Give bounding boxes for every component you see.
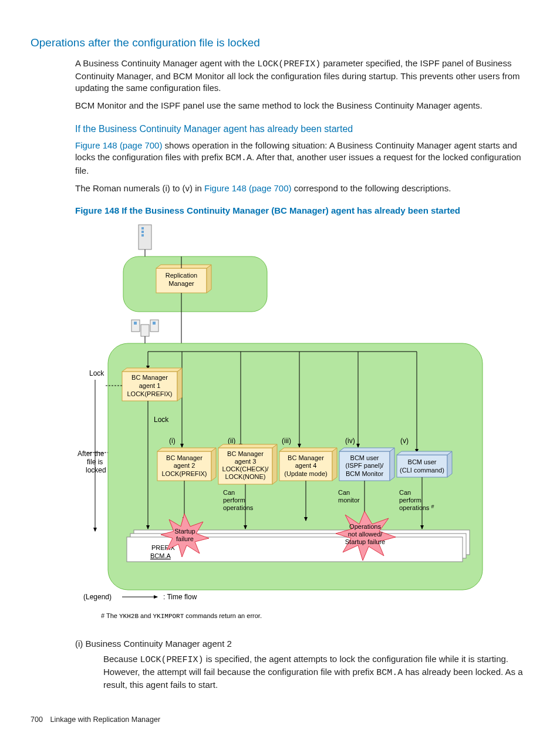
svg-text:failure: failure: [176, 535, 194, 542]
agent-3-box: BC Manager agent 3 LOCK(CHECK)/ LOCK(NON…: [218, 444, 277, 484]
can-monitor-label: Can: [338, 489, 350, 496]
legend-label: (Legend): [83, 593, 112, 601]
paragraph-2: BCM Monitor and the ISPF panel use the s…: [75, 100, 529, 112]
figure-footnote: # The YKH2B and YKIMPORT commands return…: [101, 612, 262, 620]
host-icon: [131, 320, 158, 336]
svg-text:agent 4: agent 4: [295, 462, 317, 469]
lock-label-inside: Lock: [154, 416, 169, 424]
svg-text:BCM user: BCM user: [350, 454, 379, 461]
agent-1-box: BC Manager agent 1 LOCK(PREFIX): [122, 368, 182, 401]
svg-text:locked: locked: [86, 466, 106, 474]
svg-text:not allowed/: not allowed/: [348, 531, 383, 538]
svg-text:agent 1: agent 1: [139, 382, 161, 389]
svg-text:BCM.A: BCM.A: [150, 552, 171, 559]
svg-text:operations: operations: [223, 504, 254, 511]
svg-text:perform: perform: [399, 497, 421, 504]
svg-marker-65: [397, 451, 452, 455]
svg-rect-14: [134, 322, 137, 325]
footer-text: Linkage with Replication Manager: [50, 715, 160, 724]
svg-rect-0: [139, 225, 151, 249]
svg-marker-45: [272, 444, 277, 484]
svg-text:Replication: Replication: [166, 272, 197, 279]
svg-marker-5: [207, 265, 211, 293]
roman-v: (v): [400, 437, 409, 445]
svg-text:agent 2: agent 2: [174, 462, 195, 469]
can-perform2-label: Can: [399, 489, 411, 496]
section-heading: Operations after the configuration file …: [31, 35, 529, 50]
svg-marker-58: [390, 448, 394, 481]
paragraph-3: Figure 148 (page 700) shows operation in…: [75, 140, 529, 177]
roman-i: (i): [169, 437, 176, 445]
svg-text:LOCK(NONE): LOCK(NONE): [225, 473, 265, 480]
svg-text:(Update mode): (Update mode): [284, 470, 327, 477]
text: Because: [103, 654, 140, 664]
bcm-user-ispf-box: BCM user (ISPF panel)/ BCM Monitor: [339, 448, 394, 481]
svg-marker-53: [279, 448, 337, 451]
svg-rect-15: [153, 322, 156, 325]
page-number: 700: [31, 715, 48, 725]
svg-marker-28: [122, 368, 182, 372]
svg-text:agent 3: agent 3: [235, 458, 257, 465]
svg-text:monitor: monitor: [338, 497, 360, 504]
svg-text:LOCK(PREFIX): LOCK(PREFIX): [161, 470, 207, 477]
svg-marker-46: [218, 444, 277, 448]
svg-marker-39: [211, 448, 216, 481]
svg-marker-27: [177, 368, 182, 401]
lock-label-outside: Lock: [89, 369, 104, 377]
replication-manager-box: Replication Manager: [156, 265, 211, 293]
roman-ii: (ii): [228, 437, 235, 445]
svg-marker-6: [156, 265, 211, 268]
svg-text:BC Manager: BC Manager: [131, 374, 168, 381]
svg-text:operations #: operations #: [399, 504, 434, 511]
roman-iv: (iv): [345, 437, 355, 445]
code: LOCK(PREFIX): [140, 655, 204, 665]
agent-4-box: BC Manager agent 4 (Update mode): [279, 448, 337, 481]
svg-text:file is: file is: [87, 458, 103, 466]
svg-text:LOCK(PREFIX): LOCK(PREFIX): [127, 390, 172, 397]
svg-marker-40: [157, 448, 216, 451]
code: LOCK(PREFIX): [257, 59, 321, 69]
svg-text:BC Manager: BC Manager: [166, 454, 203, 461]
subsection-heading: If the Business Continuity Manager agent…: [75, 123, 529, 136]
page-footer: 700 Linkage with Replication Manager: [31, 715, 529, 725]
svg-text:LOCK(CHECK)/: LOCK(CHECK)/: [222, 465, 269, 472]
svg-text:(CLI command): (CLI command): [400, 467, 444, 474]
svg-marker-59: [339, 448, 394, 451]
paragraph-4: The Roman numerals (i) to (v) in Figure …: [75, 183, 529, 194]
svg-rect-1: [141, 227, 144, 229]
svg-text:BCM user: BCM user: [408, 458, 437, 465]
svg-rect-3: [141, 234, 144, 237]
text: correspond to the following descriptions…: [292, 183, 451, 193]
server-icon: [139, 225, 151, 249]
svg-text:BC Manager: BC Manager: [227, 450, 264, 457]
timeflow-label: : Time flow: [163, 593, 197, 601]
paragraph-1: A Business Continuity Manager agent with…: [75, 58, 529, 94]
svg-rect-12: [141, 325, 149, 336]
list-item-i-body: Because LOCK(PREFIX) is specified, the a…: [103, 653, 529, 691]
svg-marker-52: [332, 448, 337, 481]
bcm-user-cli-box: BCM user (CLI command): [397, 451, 452, 477]
svg-rect-2: [141, 231, 144, 233]
figure-link[interactable]: Figure 148 (page 700): [204, 183, 291, 193]
figure-148-diagram: Replication Manager (i) (ii) (iii) (iv) …: [75, 221, 529, 629]
text: The Roman numerals (i) to (v) in: [75, 183, 204, 193]
svg-text:(ISPF panel)/: (ISPF panel)/: [346, 462, 384, 469]
figure-caption: Figure 148 If the Business Continuity Ma…: [75, 205, 529, 217]
svg-text:BCM Monitor: BCM Monitor: [346, 470, 384, 477]
text: A Business Continuity Manager agent with…: [75, 58, 257, 68]
svg-text:Startup: Startup: [174, 528, 195, 535]
svg-marker-64: [447, 451, 452, 477]
svg-text:Manager: Manager: [168, 280, 194, 287]
code: BCM.A: [225, 153, 252, 163]
svg-text:BC Manager: BC Manager: [288, 454, 324, 461]
code: BCM.A: [376, 668, 403, 678]
svg-text:Operations: Operations: [349, 523, 381, 530]
svg-text:perform: perform: [223, 497, 245, 504]
agent-2-box: BC Manager agent 2 LOCK(PREFIX): [157, 448, 216, 481]
after-label: After the: [77, 450, 104, 458]
svg-text:Startup failure: Startup failure: [345, 538, 385, 545]
figure-link[interactable]: Figure 148 (page 700): [75, 140, 162, 150]
list-item-i-heading: (i) Business Continuity Manager agent 2: [75, 638, 529, 650]
can-perform-label: Can: [223, 489, 235, 496]
roman-iii: (iii): [282, 437, 291, 445]
